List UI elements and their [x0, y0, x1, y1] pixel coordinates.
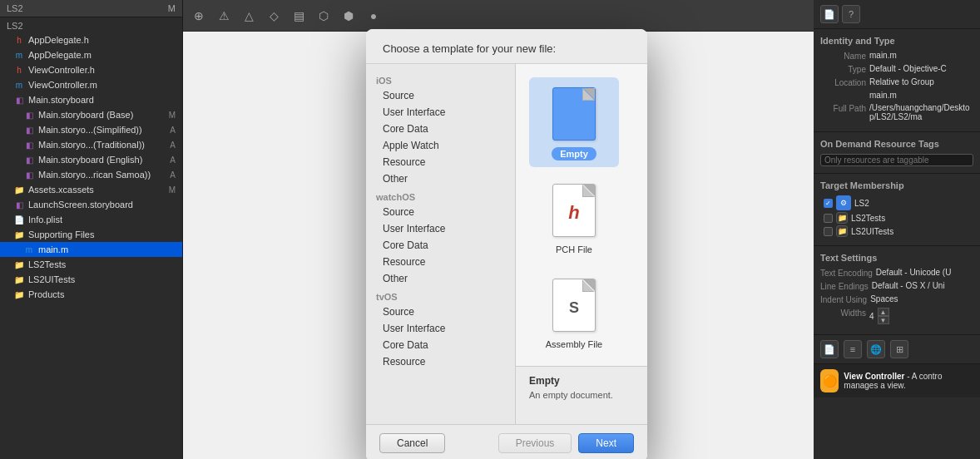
nav-item-ios-source[interactable]: Source: [366, 87, 515, 104]
toolbar-icon-dia[interactable]: ◇: [265, 7, 283, 25]
sidebar-item-appdelegate-m[interactable]: m AppDelegate.m: [0, 47, 182, 62]
checkbox-ls2tests[interactable]: [824, 214, 833, 223]
stepper-down[interactable]: ▼: [878, 316, 889, 324]
pch-letter: h: [568, 202, 579, 224]
list-icon[interactable]: ≡: [844, 340, 862, 358]
nav-item-ios-resource[interactable]: Resource: [366, 154, 515, 170]
nav-item-tvos-source[interactable]: Source: [366, 304, 515, 320]
sidebar-item-storyboard-english[interactable]: ◧ Main.storyboard (English) A: [0, 152, 182, 167]
template-item-empty[interactable]: Empty: [529, 77, 619, 167]
sidebar-item-main-storyboard[interactable]: ◧ Main.storyboard: [0, 92, 182, 107]
nav-item-ios-applewatch[interactable]: Apple Watch: [366, 137, 515, 154]
demand-title: On Demand Resource Tags: [820, 139, 973, 149]
nav-item-watchos-ui[interactable]: User Interface: [366, 220, 515, 237]
identity-type-title: Identity and Type: [820, 36, 973, 46]
bottom-action-icons: 📄 ≡ 🌐 ⊞: [814, 335, 980, 363]
demand-section: On Demand Resource Tags: [814, 132, 980, 174]
membership-section: Target Membership ✓ ⚙ LS2 📁 LS2Tests 📁 L…: [814, 174, 980, 246]
empty-icon-wrapper: [547, 84, 601, 144]
template-nav: iOS Source User Interface Core Data Appl…: [366, 64, 516, 424]
sidebar-item-ls2tests[interactable]: 📁 LS2Tests: [0, 257, 182, 272]
location-label: Location: [820, 77, 866, 87]
fullpath-value: /Users/huangchang/Desktop/LS2/LS2/ma: [869, 103, 973, 121]
sidebar-item-ls2uitests[interactable]: 📁 LS2UITests: [0, 272, 182, 287]
text-settings-section: Text Settings Text Encoding Default - Un…: [814, 246, 980, 335]
sidebar-item-storyboard-samoa[interactable]: ◧ Main.storyo...rican Samoa)) A: [0, 167, 182, 182]
toolbar-icon-warn[interactable]: ⚠: [215, 7, 233, 25]
file-icon-btn[interactable]: 📄: [820, 5, 839, 23]
right-panel-top-icons: 📄 ?: [814, 0, 980, 29]
membership-title: Target Membership: [820, 180, 973, 190]
sidebar-item-main-storyboard-base[interactable]: ◧ Main.storyboard (Base) M: [0, 107, 182, 122]
indent-value: Spaces: [870, 294, 898, 304]
pch-icon-wrapper: h: [547, 180, 601, 240]
nav-item-tvos-resource[interactable]: Resource: [366, 353, 515, 370]
help-icon-btn[interactable]: ?: [842, 5, 860, 23]
view-controller-icon: 🟠: [820, 369, 839, 392]
nav-item-watchos-other[interactable]: Other: [366, 270, 515, 287]
m-file-icon: m: [13, 79, 25, 91]
grid-icon[interactable]: ⊞: [890, 340, 908, 358]
nav-item-ios-coredata[interactable]: Core Data: [366, 121, 515, 137]
sidebar-item-viewcontroller-h[interactable]: h ViewController.h: [0, 62, 182, 77]
sidebar-item-assets[interactable]: 📁 Assets.xcassets M: [0, 182, 182, 197]
lineendings-value: Default - OS X / Uni: [872, 281, 945, 290]
membership-ls2tests-row: 📁 LS2Tests: [820, 212, 973, 224]
nav-item-tvos-ui[interactable]: User Interface: [366, 320, 515, 337]
sidebar-item-infoplist[interactable]: 📄 Info.plist: [0, 212, 182, 227]
sidebar-item-supporting-files[interactable]: 📁 Full Path Supporting Files: [0, 227, 182, 242]
nav-item-watchos-coredata[interactable]: Core Data: [366, 237, 515, 254]
cancel-button[interactable]: Cancel: [379, 433, 445, 453]
doc-icon[interactable]: 📄: [820, 340, 839, 358]
globe-icon[interactable]: 🌐: [867, 340, 885, 358]
toolbar: ⊕ ⚠ △ ◇ ▤ ⬡ ⬢ ●: [183, 0, 814, 32]
sidebar-item-storyboard-simplified[interactable]: ◧ Main.storyo...(Simplified)) A: [0, 122, 182, 137]
folder-icon: 📁: [13, 289, 25, 300]
template-item-pch[interactable]: h PCH File: [529, 174, 619, 262]
m-file-icon: m: [23, 244, 35, 255]
sidebar-item-products[interactable]: 📁 iOS Products: [0, 287, 182, 302]
toolbar-icon-hex2[interactable]: ⬢: [339, 7, 358, 25]
text-settings-title: Text Settings: [820, 253, 973, 263]
stepper-up[interactable]: ▲: [878, 308, 889, 316]
sidebar-item-appdelegate-h[interactable]: h AppDelegate.h: [0, 32, 182, 47]
folder-icon: 📁: [13, 229, 25, 240]
location-path-row: main.m: [820, 91, 973, 100]
view-controller-text: View Controller - A contro manages a vie…: [844, 372, 973, 390]
dialog-overlay: Choose a template for your new file: iOS…: [366, 32, 647, 459]
template-description: Empty An empty document.: [516, 366, 647, 424]
sidebar-item-viewcontroller-m[interactable]: m ViewController.m: [0, 77, 182, 92]
toolbar-icon-tri[interactable]: △: [240, 7, 258, 25]
template-item-assembly[interactable]: S Assembly File: [529, 269, 619, 357]
nav-item-watchos-source[interactable]: Source: [366, 204, 515, 220]
previous-button[interactable]: Previous: [498, 433, 572, 453]
template-grid: Empty h PCH File: [516, 64, 647, 424]
storyboard-icon: ◧: [23, 139, 35, 151]
toolbar-icon-hex1[interactable]: ⬡: [314, 7, 333, 25]
next-button[interactable]: Next: [578, 433, 634, 453]
nav-item-tvos-coredata[interactable]: Core Data: [366, 337, 515, 353]
lineendings-row: Line Endings Default - OS X / Uni: [820, 281, 973, 291]
toolbar-icon-circle[interactable]: ●: [364, 7, 383, 25]
sidebar-item-main-m[interactable]: m main.m: [0, 242, 182, 257]
sidebar-header: LS2 M: [0, 0, 182, 17]
sidebar-item-storyboard-traditional[interactable]: ◧ Main.storyo...(Traditional)) A: [0, 137, 182, 152]
nav-item-watchos-resource[interactable]: Resource: [366, 254, 515, 270]
checkbox-ls2-checked[interactable]: ✓: [824, 199, 833, 208]
nav-item-ios-ui[interactable]: User Interface: [366, 104, 515, 121]
nav-item-ios-other[interactable]: Other: [366, 170, 515, 187]
storyboard-icon: ◧: [13, 199, 25, 210]
toolbar-icon-search[interactable]: ⊕: [190, 7, 208, 25]
folder-icon: 📁: [13, 184, 25, 195]
toolbar-icon-grid[interactable]: ▤: [290, 7, 308, 25]
nav-platform-tvos: tvOS: [366, 287, 515, 304]
pch-file-icon: h: [552, 184, 596, 237]
encoding-label: Text Encoding: [820, 268, 873, 278]
demand-input[interactable]: [820, 154, 973, 166]
storyboard-icon: ◧: [23, 124, 35, 136]
assembly-label: Assembly File: [546, 338, 602, 350]
assembly-file-icon: S: [552, 279, 596, 332]
location-value: Relative to Group: [869, 77, 934, 86]
sidebar-item-launchscreen[interactable]: ◧ LaunchScreen.storyboard: [0, 197, 182, 212]
checkbox-ls2uitests[interactable]: [824, 227, 833, 236]
